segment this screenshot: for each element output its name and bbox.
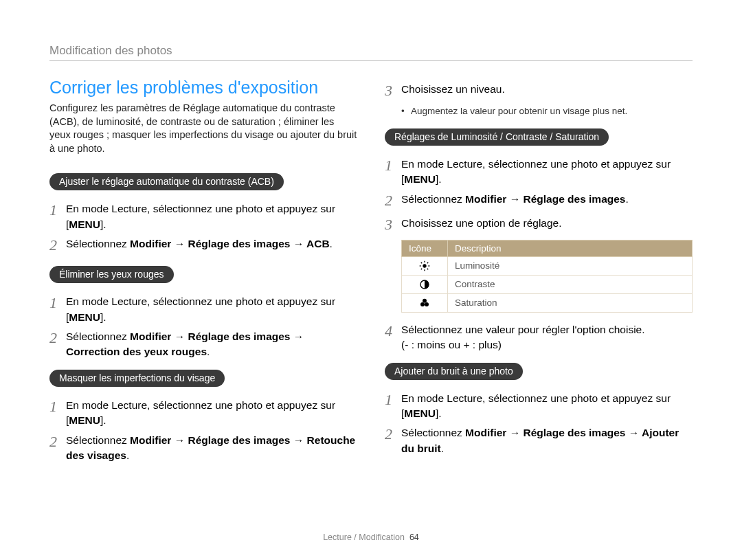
step-number: 2 (385, 423, 401, 445)
step-number: 3 (385, 80, 401, 102)
svg-point-10 (423, 299, 427, 303)
svg-line-8 (427, 262, 428, 263)
step-text: Sélectionnez une valeur pour régler l'op… (401, 322, 693, 353)
step-text: En mode Lecture, sélectionnez une photo … (401, 391, 693, 422)
subheading-noise: Ajouter du bruit à une photo (385, 363, 523, 380)
table-row: Luminosité (402, 256, 693, 275)
text: Sélectionnez (401, 427, 465, 438)
text: . (330, 238, 333, 249)
step-number: 1 (385, 155, 401, 177)
path: Modifier → Réglage des images (465, 193, 625, 205)
step-row: 2 Sélectionnez Modifier → Réglage des im… (385, 192, 693, 212)
text: En mode Lecture, sélectionnez une photo … (401, 158, 671, 185)
path: Modifier → Réglage des images → ACB (130, 238, 330, 249)
step-number: 4 (385, 320, 401, 342)
brightness-icon (402, 256, 448, 275)
step-row: 1 En mode Lecture, sélectionnez une phot… (49, 201, 357, 232)
step-row: 3 Choisissez une option de réglage. (385, 216, 693, 236)
subheading-acb: Ajuster le réglage automatique du contra… (49, 173, 284, 190)
text: (- : moins ou + : plus) (401, 339, 502, 350)
step-row: 2 Sélectionnez Modifier → Réglage des im… (49, 433, 357, 464)
step-number: 2 (385, 190, 401, 212)
col-description: Description (448, 240, 693, 256)
step-number: 1 (49, 199, 66, 221)
icon-description-table: Icône Description Luminosité Contraste (401, 240, 693, 313)
text: En mode Lecture, sélectionnez une photo … (401, 392, 671, 419)
svg-point-11 (420, 302, 425, 306)
text: ]. (100, 219, 106, 230)
step-text: En mode Lecture, sélectionnez une photo … (401, 157, 693, 188)
svg-line-6 (427, 269, 428, 269)
subheading-redeye: Éliminer les yeux rouges (49, 266, 174, 283)
text: . (626, 193, 629, 205)
text: Sélectionnez une valeur pour régler l'op… (401, 324, 645, 335)
text: ]. (436, 173, 442, 185)
col-icon: Icône (402, 240, 448, 256)
step-text: Sélectionnez Modifier → Réglage des imag… (66, 433, 357, 464)
page-header: Modification des photos (49, 44, 693, 61)
step-number: 2 (49, 327, 66, 349)
menu-key: MENU (404, 407, 436, 419)
step-text: Sélectionnez Modifier → Réglage des imag… (66, 329, 357, 360)
step-row: 3 Choisissez un niveau. (385, 82, 693, 102)
table-cell: Contraste (448, 275, 693, 293)
step-row: 4 Sélectionnez une valeur pour régler l'… (385, 322, 693, 353)
step-row: 2 Sélectionnez Modifier → Réglage des im… (49, 236, 357, 256)
bullet-dot-icon: • (401, 106, 411, 116)
text: . (441, 443, 444, 454)
left-column: Corriger les problèmes d'exposition Conf… (49, 78, 357, 468)
saturation-icon (402, 293, 448, 312)
step-text: En mode Lecture, sélectionnez une photo … (66, 398, 357, 429)
text: En mode Lecture, sélectionnez une photo … (66, 203, 335, 229)
step-number: 2 (49, 234, 66, 256)
svg-line-7 (421, 269, 422, 269)
text: ]. (436, 407, 442, 419)
table-row: Contraste (402, 275, 693, 293)
bullet-row: • Augmentez la valeur pour obtenir un vi… (401, 106, 693, 116)
table-row: Saturation (402, 293, 693, 312)
text: Sélectionnez (66, 238, 130, 249)
menu-key: MENU (404, 173, 436, 185)
text: En mode Lecture, sélectionnez une photo … (66, 295, 335, 322)
text: Sélectionnez (401, 193, 465, 205)
menu-key: MENU (69, 219, 100, 230)
subheading-face: Masquer les imperfections du visage (49, 370, 225, 387)
svg-line-5 (421, 262, 422, 263)
step-number: 3 (385, 214, 401, 236)
intro-paragraph: Configurez les paramètres de Réglage aut… (49, 102, 357, 155)
svg-point-12 (425, 302, 429, 306)
text: ]. (100, 311, 106, 323)
right-column: 3 Choisissez un niveau. • Augmentez la v… (385, 78, 693, 468)
step-text: Choisissez un niveau. (401, 82, 693, 97)
text: En mode Lecture, sélectionnez une photo … (66, 399, 335, 426)
footer-section: Lecture / Modification (323, 533, 405, 542)
step-row: 1 En mode Lecture, sélectionnez une phot… (49, 294, 357, 325)
page: Modification des photos Corriger les pro… (0, 0, 742, 560)
step-number: 2 (49, 431, 66, 453)
step-text: En mode Lecture, sélectionnez une photo … (66, 201, 357, 232)
text: ]. (100, 414, 106, 426)
step-text: Sélectionnez Modifier → Réglage des imag… (66, 236, 357, 251)
text: . (126, 449, 129, 461)
step-number: 1 (49, 292, 66, 314)
table-header-row: Icône Description (402, 240, 693, 256)
table-cell: Luminosité (448, 256, 693, 275)
step-row: 2 Sélectionnez Modifier → Réglage des im… (385, 425, 693, 456)
text: Sélectionnez (66, 434, 130, 446)
page-number: 64 (409, 533, 419, 542)
step-text: Sélectionnez Modifier → Réglage des imag… (401, 425, 693, 456)
step-number: 1 (385, 389, 401, 411)
step-text: En mode Lecture, sélectionnez une photo … (66, 294, 357, 325)
menu-key: MENU (69, 311, 100, 323)
contrast-icon (402, 275, 448, 293)
menu-key: MENU (69, 414, 100, 426)
step-number: 1 (49, 396, 66, 418)
bullet-text: Augmentez la valeur pour obtenir un visa… (411, 106, 627, 116)
section-title: Corriger les problèmes d'exposition (49, 78, 357, 98)
text: . (207, 346, 210, 357)
two-column-layout: Corriger les problèmes d'exposition Conf… (49, 78, 693, 468)
step-row: 1 En mode Lecture, sélectionnez une phot… (385, 391, 693, 422)
table-cell: Saturation (448, 293, 693, 312)
step-text: Sélectionnez Modifier → Réglage des imag… (401, 192, 693, 207)
step-row: 2 Sélectionnez Modifier → Réglage des im… (49, 329, 357, 360)
